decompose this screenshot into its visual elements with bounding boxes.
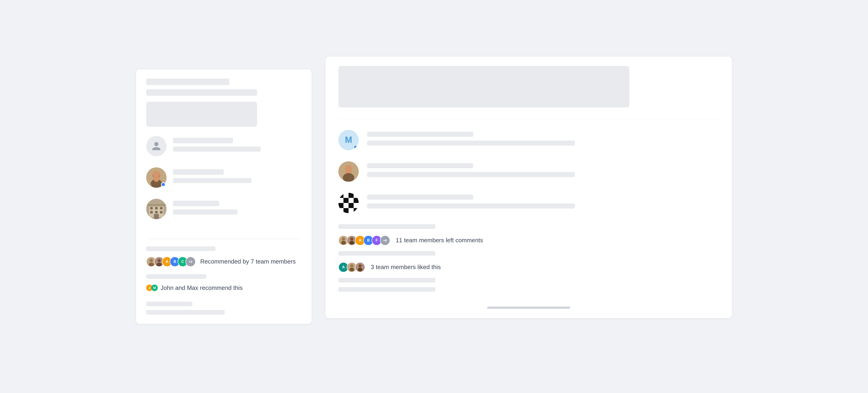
act-mini-like-2 — [355, 262, 365, 272]
checker-cell — [343, 203, 348, 208]
separator — [146, 238, 302, 239]
online-dot — [161, 182, 165, 187]
svg-point-3 — [153, 171, 160, 178]
user-row — [146, 136, 302, 156]
conv-entry-person — [338, 161, 719, 182]
comments-row: A B F +6 11 team members left comments — [338, 235, 719, 246]
person-avatar-svg — [338, 161, 359, 182]
svg-rect-11 — [155, 211, 158, 214]
john-max-row: J M John and Max recommend this — [146, 284, 302, 291]
m-letter: M — [345, 135, 352, 145]
m-online-dot — [353, 145, 358, 149]
user-icon — [151, 141, 161, 151]
conv-lines — [367, 193, 575, 208]
conv-skeleton-bot — [367, 172, 575, 177]
conv-skeleton-top — [367, 195, 473, 200]
recommendation-section: A B C +2 Recommended by 7 team members J… — [146, 247, 302, 315]
sk-bot-2 — [146, 310, 225, 315]
skeleton-box — [146, 102, 257, 127]
checker-cell — [348, 203, 353, 208]
top-image-box — [338, 66, 629, 108]
avatar-wrap — [146, 199, 166, 219]
letter-m: M — [151, 285, 158, 291]
user-row — [146, 199, 302, 219]
right-card: M — [326, 57, 732, 318]
svg-point-28 — [349, 241, 354, 245]
scroll-bar-area — [338, 299, 719, 309]
checker-cell — [338, 198, 343, 203]
john-max-letters: J M — [146, 285, 158, 291]
svg-rect-13 — [154, 214, 159, 219]
svg-rect-9 — [160, 207, 163, 209]
svg-rect-7 — [150, 207, 153, 209]
avatar-wrap — [146, 136, 166, 156]
user-row — [146, 167, 302, 188]
avatar — [146, 199, 166, 219]
sk-bot-1 — [146, 302, 192, 306]
svg-point-22 — [343, 173, 354, 182]
conv-entry-checker — [338, 193, 719, 213]
svg-point-31 — [349, 268, 354, 272]
checker-cell — [353, 203, 359, 208]
svg-point-18 — [157, 259, 161, 262]
svg-rect-8 — [155, 207, 158, 209]
svg-rect-6 — [146, 204, 166, 206]
between-sk — [338, 251, 435, 256]
conv-entry-m: M — [338, 130, 719, 150]
checker-avatar — [338, 193, 359, 213]
mini-avatar-plus: +2 — [185, 257, 196, 267]
bottom-sk-2 — [338, 287, 435, 292]
conv-skeleton-bot — [367, 141, 575, 146]
checker-cell — [348, 198, 353, 203]
conv-skeleton-bot — [367, 203, 575, 208]
conv-lines — [367, 161, 575, 177]
user-info — [173, 199, 238, 215]
building-avatar-img — [146, 199, 166, 219]
svg-point-30 — [350, 264, 353, 268]
checker-cell — [343, 208, 348, 213]
conv-skeleton-top — [367, 163, 473, 168]
bottom-sk-1 — [338, 278, 435, 282]
svg-point-25 — [341, 241, 346, 245]
scroll-indicator[interactable] — [487, 307, 570, 309]
skeleton-sub — [173, 146, 261, 152]
comment-sk-line — [338, 224, 435, 229]
checker-cell — [348, 208, 353, 213]
skeleton-sub — [173, 178, 251, 183]
skeleton-line-1 — [146, 79, 229, 85]
conv-skeleton-top — [367, 132, 473, 137]
checker-cell — [338, 203, 343, 208]
skeleton-line-2 — [146, 89, 257, 96]
likes-row: A 3 team members liked this — [338, 262, 719, 272]
svg-point-24 — [342, 237, 345, 241]
svg-rect-12 — [160, 211, 163, 214]
like-person-2-svg — [355, 262, 365, 272]
svg-point-33 — [359, 264, 362, 268]
skeleton-sub — [173, 209, 238, 215]
badge-plus: +6 — [380, 235, 390, 246]
top-section — [146, 79, 302, 127]
svg-rect-10 — [150, 211, 153, 214]
recommended-row: A B C +2 Recommended by 7 team members — [146, 257, 302, 267]
svg-point-15 — [150, 259, 153, 262]
svg-point-27 — [350, 237, 353, 241]
comments-cluster: A B F +6 — [338, 235, 390, 246]
m-avatar: M — [338, 130, 359, 150]
comments-label: 11 team members left comments — [396, 237, 483, 244]
skeleton-name — [173, 201, 219, 206]
bottom-skeletons — [146, 302, 302, 315]
user-rows — [146, 136, 302, 219]
left-card: A B C +2 Recommended by 7 team members J… — [136, 69, 312, 324]
checker-cell — [353, 208, 359, 213]
checker-cell — [353, 193, 359, 198]
avatar-cluster: A B C +2 — [146, 257, 196, 267]
skeleton-name — [173, 169, 224, 175]
checker-cell — [353, 198, 359, 203]
svg-point-21 — [345, 165, 352, 172]
person-avatar — [338, 161, 359, 182]
user-info — [173, 136, 261, 152]
checker-cell — [338, 193, 343, 198]
skeleton-name — [173, 138, 233, 143]
conv-lines — [367, 130, 575, 146]
likes-label: 3 team members liked this — [371, 263, 441, 271]
